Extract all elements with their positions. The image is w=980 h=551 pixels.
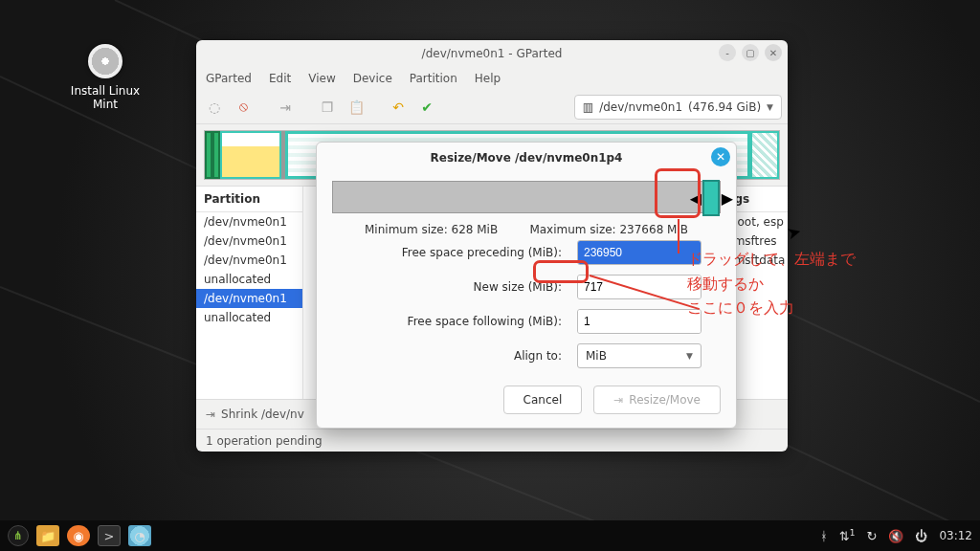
device-name: /dev/nvme0n1 — [599, 100, 682, 114]
label-align: Align to: — [351, 349, 577, 363]
start-menu-button[interactable]: ⋔ — [8, 525, 29, 546]
annotation-box-handle — [655, 168, 701, 218]
label-preceding: Free space preceding (MiB): — [351, 246, 577, 259]
undo-button[interactable]: ↶ — [386, 95, 411, 120]
status-bar: 1 operation pending — [196, 429, 788, 452]
taskbar-terminal[interactable]: > — [98, 525, 121, 546]
minimum-size-label: Minimum size: 628 MiB — [365, 223, 498, 236]
status-text: 1 operation pending — [206, 434, 323, 448]
chevron-down-icon: ▼ — [686, 351, 693, 361]
system-tray: ᚼ ⇅1 ↻ 🔇 ⏻ 03:12 — [820, 528, 972, 543]
resize-icon: ⇥ — [206, 408, 215, 421]
annotation-line-1 — [678, 219, 679, 253]
annotation-box-input — [533, 260, 589, 283]
delete-button[interactable]: ⦸ — [231, 95, 256, 120]
dialog-close-button[interactable]: ✕ — [711, 147, 730, 166]
window-maximize-button[interactable]: ▢ — [742, 44, 759, 61]
resize-move-button: ⇥ — [273, 95, 298, 120]
disk-icon: ▥ — [583, 100, 593, 114]
menu-device[interactable]: Device — [353, 72, 392, 85]
bluetooth-icon[interactable]: ᚼ — [820, 529, 828, 543]
cancel-button[interactable]: Cancel — [503, 386, 583, 414]
chevron-down-icon: ▼ — [767, 102, 773, 112]
partition-row[interactable]: /dev/nvme0n1 — [196, 251, 302, 270]
align-value: MiB — [586, 349, 607, 363]
paste-button: 📋 — [344, 95, 368, 120]
partition-row[interactable]: unallocated — [196, 270, 302, 289]
window-minimize-button[interactable]: ‐ — [719, 44, 736, 61]
preceding-spin[interactable]: − + — [577, 240, 702, 265]
clock[interactable]: 03:12 — [939, 529, 972, 542]
updates-icon[interactable]: ↻ — [867, 529, 878, 543]
window-close-button[interactable]: ✕ — [765, 44, 782, 61]
graph-seg-tail[interactable] — [750, 131, 779, 179]
pending-text: Shrink /dev/nv — [221, 408, 304, 421]
toolbar: ◌ ⦸ ⇥ ❐ 📋 ↶ ✔ ▥ /dev/nvme0n1 (476.94 GiB… — [196, 90, 788, 124]
graph-seg-esp[interactable] — [205, 131, 212, 179]
dialog-title: Resize/Move /dev/nvme0n1p4 — [431, 151, 623, 165]
resize-handle-right-icon: ▶ — [721, 184, 734, 212]
new-partition-button: ◌ — [202, 95, 227, 120]
taskbar-firefox[interactable]: ◉ — [67, 525, 90, 546]
partition-row[interactable]: /dev/nvme0n1 — [196, 231, 302, 251]
power-icon[interactable]: ⏻ — [915, 529, 927, 543]
window-titlebar: /dev/nvme0n1 - GParted ‐ ▢ ✕ — [196, 40, 788, 67]
apply-resize-label: Resize/Move — [629, 393, 701, 407]
taskbar: ⋔ 📁 ◉ > ◔ ᚼ ⇅1 ↻ 🔇 ⏻ 03:12 — [0, 520, 980, 551]
apply-button[interactable]: ✔ — [414, 95, 439, 120]
desktop-icon-install[interactable]: Install Linux Mint — [57, 44, 153, 111]
device-selector[interactable]: ▥ /dev/nvme0n1 (476.94 GiB) ▼ — [574, 95, 782, 120]
partition-row[interactable]: /dev/nvme0n1 — [196, 212, 302, 231]
network-icon[interactable]: ⇅1 — [839, 528, 856, 543]
graph-seg-winre[interactable] — [220, 131, 281, 179]
apply-resize-button: ⇥ Resize/Move — [593, 386, 721, 414]
window-title: /dev/nvme0n1 - GParted — [422, 47, 563, 60]
dialog-bar-thumb[interactable] — [702, 180, 720, 216]
resize-icon: ⇥ — [613, 393, 623, 407]
device-size: (476.94 GiB) — [688, 100, 761, 114]
partition-row[interactable]: unallocated — [196, 308, 302, 327]
following-spin[interactable]: − + — [577, 309, 702, 334]
following-input[interactable] — [578, 310, 702, 333]
graph-seg-msr[interactable] — [212, 131, 220, 179]
partition-row-selected[interactable]: /dev/nvme0n1 — [196, 289, 302, 308]
copy-button: ❐ — [315, 95, 340, 120]
menu-view[interactable]: View — [308, 72, 335, 85]
disc-icon — [88, 44, 122, 78]
menu-help[interactable]: Help — [475, 72, 501, 85]
menu-gparted[interactable]: GParted — [206, 72, 252, 85]
desktop-icon-label: Install Linux Mint — [57, 84, 153, 111]
maximum-size-label: Maximum size: 237668 MiB — [529, 223, 688, 236]
column-header-partition[interactable]: Partition — [196, 187, 302, 212]
menubar: GParted Edit View Device Partition Help — [196, 67, 788, 90]
menu-partition[interactable]: Partition — [410, 72, 457, 85]
align-combo[interactable]: MiB ▼ — [577, 343, 702, 368]
volume-icon[interactable]: 🔇 — [888, 529, 903, 543]
preceding-input[interactable] — [578, 241, 702, 264]
taskbar-files[interactable]: 📁 — [36, 525, 59, 546]
label-following: Free space following (MiB): — [351, 315, 577, 328]
taskbar-gparted[interactable]: ◔ — [128, 525, 151, 546]
menu-edit[interactable]: Edit — [269, 72, 291, 85]
